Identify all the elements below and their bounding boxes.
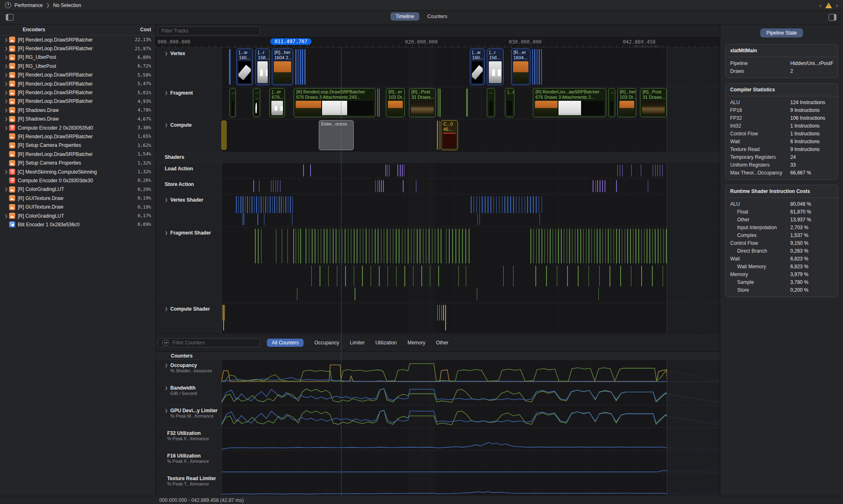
counter-label[interactable]: ❯BandwidthGiB / Second [156, 383, 222, 405]
counter-tab-limiter[interactable]: Limiter [350, 339, 364, 347]
track-plot[interactable]: .........[...er679...[R] RenderLoop.Draw… [222, 87, 720, 119]
encoder-interval-bar[interactable] [377, 88, 378, 117]
encoder-interval-block[interactable]: ... [608, 88, 615, 117]
encoders-column-header[interactable]: Encoders [0, 27, 125, 33]
encoder-interval-block[interactable]: [...w160... [470, 49, 485, 85]
right-panel-toggle-icon[interactable] [829, 14, 836, 21]
encoder-row[interactable]: ❯[C] MeshSkinning.ComputeSkinning1,32% [0, 167, 155, 176]
counter-plot[interactable] [222, 405, 720, 427]
encoder-row[interactable]: ❯[R] RG_UberPost6,80% [0, 53, 155, 62]
encoder-interval-bar[interactable] [466, 88, 468, 117]
track-label-fragment-shader[interactable]: ❯Fragment Shader [156, 227, 222, 303]
encoder-row[interactable]: ❯[R] Shadows.Draw4,67% [0, 115, 155, 123]
track-label-load-action[interactable]: Load Action [156, 163, 222, 178]
counter-tab-occupancy[interactable]: Occupancy [314, 339, 339, 347]
encoder-row[interactable]: ❯[R] RenderLoop.DrawSRPBatcher5,01% [0, 88, 155, 97]
encoder-interval-bar[interactable] [229, 49, 231, 85]
encoder-interval-block[interactable]: [R]...Post31 Draws... [640, 88, 666, 117]
encoder-interval-bar[interactable] [437, 121, 438, 150]
encoder-interval-bar[interactable] [439, 121, 440, 150]
encoder-interval-bar[interactable] [302, 49, 303, 85]
encoder-interval-block[interactable]: [...r158... [487, 49, 504, 85]
encoder-interval-bar[interactable] [379, 88, 380, 117]
disclosure-chevron-icon[interactable]: ❯ [3, 187, 9, 191]
counter-tab-utilization[interactable]: Utilization [375, 339, 397, 347]
encoder-row[interactable]: ❯[R] ColorGradingLUT0,20% [0, 185, 155, 194]
warning-icon[interactable] [825, 2, 832, 8]
encoder-interval-bar[interactable] [295, 49, 297, 85]
encoder-interval-block[interactable]: [R] RenderLoo...awSRPBatcher676 Draws 3 … [533, 88, 606, 117]
disclosure-chevron-icon[interactable]: ❯ [165, 307, 168, 311]
nav-prev-icon[interactable]: ‹ [820, 2, 822, 8]
counter-label[interactable]: F32 Utilization% Peak F...formance [156, 428, 222, 450]
disclosure-chevron-icon[interactable]: ❯ [165, 409, 168, 427]
counter-label[interactable]: ❯Occupancy% Shader...esources [156, 360, 222, 382]
disclosure-chevron-icon[interactable]: ❯ [165, 231, 168, 235]
track-label-vertex-shader[interactable]: ❯Vertex Shader [156, 194, 222, 227]
disclosure-chevron-icon[interactable]: ❯ [3, 73, 9, 77]
encoder-row[interactable]: [R] Setup Camera Properties1,32% [0, 158, 155, 167]
encoder-row[interactable]: [R] GUITexture.Draw0,19% [0, 194, 155, 202]
encoder-interval-block[interactable]: [R]...her103 Dr... [617, 88, 636, 117]
filter-tracks-input[interactable] [157, 26, 260, 35]
encoder-interval-bar[interactable] [532, 49, 533, 85]
disclosure-chevron-icon[interactable]: ❯ [165, 363, 168, 382]
track-plot[interactable]: Exter...ocessC...045... [222, 119, 720, 152]
disclosure-chevron-icon[interactable]: ❯ [3, 46, 9, 51]
disclosure-chevron-icon[interactable]: ❯ [165, 51, 168, 56]
encoder-interval-bar[interactable] [539, 49, 540, 85]
encoder-interval-block[interactable]: ...... [253, 88, 260, 117]
encoder-row[interactable]: ❯[R] ColorGradingLUT0,17% [0, 211, 155, 220]
encoder-interval-block[interactable]: [R]...Post31 Draws... [409, 88, 436, 117]
track-plot[interactable] [222, 163, 720, 178]
disclosure-chevron-icon[interactable]: ❯ [165, 91, 168, 95]
counter-tab-other[interactable]: Other [436, 339, 448, 347]
counter-label[interactable]: Texture Read Limiter% Peak T...formance [156, 473, 222, 495]
track-label-store-action[interactable]: Store Action [156, 179, 222, 194]
encoder-interval-bar[interactable] [304, 49, 306, 85]
encoder-row[interactable]: Blit Encoder 1 0x283e536c00,09% [0, 220, 155, 229]
breadcrumb-no-selection[interactable]: No Selection [53, 2, 81, 8]
encoder-interval-block[interactable]: [R]...her1604 2... [272, 49, 293, 85]
counter-plot[interactable] [222, 473, 720, 495]
nav-next-icon[interactable]: › [836, 2, 838, 8]
left-panel-toggle-icon[interactable] [6, 14, 14, 21]
counter-tab-memory[interactable]: Memory [407, 339, 425, 347]
counter-tab-all-counters[interactable]: All Counters [267, 339, 304, 347]
counter-label[interactable]: ❯GPU Devi...y Limiter% Peak M...formance [156, 405, 222, 427]
cost-column-header[interactable]: Cost [125, 26, 155, 33]
encoder-row[interactable]: [R] Setup Camera Properties1,62% [0, 141, 155, 150]
encoder-interval-block[interactable]: [...r [505, 88, 514, 117]
encoder-interval-bar[interactable] [222, 121, 227, 150]
encoder-row[interactable]: ❯[R] Shadows.Draw4,78% [0, 106, 155, 114]
track-label-fragment[interactable]: ❯Fragment [156, 87, 222, 119]
encoder-interval-block[interactable]: Exter...ocess [319, 120, 354, 150]
track-label-shaders[interactable]: Shaders [156, 152, 720, 163]
encoder-interval-block[interactable]: [R] RenderLoop.DrawSRPBatcher676 Draws 3… [294, 88, 375, 117]
filter-counters-input[interactable] [157, 338, 260, 347]
encoder-interval-block[interactable]: C...045... [441, 120, 458, 150]
disclosure-chevron-icon[interactable]: ❯ [3, 55, 9, 59]
encoder-interval-block[interactable]: [R]...er103 Dr... [386, 88, 405, 117]
disclosure-chevron-icon[interactable]: ❯ [3, 91, 9, 95]
disclosure-chevron-icon[interactable]: ❯ [165, 386, 168, 405]
encoder-row[interactable]: ❯[R] RG_UberPost6,72% [0, 62, 155, 70]
disclosure-chevron-icon[interactable]: ❯ [3, 170, 9, 174]
breadcrumb-performance[interactable]: Performance [14, 2, 43, 8]
track-plot[interactable] [222, 194, 720, 227]
encoder-row[interactable]: Compute Encoder 0 0x28303de300,26% [0, 176, 155, 185]
track-label-compute[interactable]: ❯Compute [156, 119, 222, 152]
encoder-interval-block[interactable]: [...r158... [255, 49, 270, 85]
track-label-vertex[interactable]: ❯Vertex [156, 48, 222, 87]
tab-counters[interactable]: Counters [422, 12, 453, 21]
encoder-interval-bar[interactable] [300, 49, 301, 85]
encoder-interval-block[interactable]: [...er679... [269, 88, 285, 117]
disclosure-chevron-icon[interactable]: ❯ [3, 214, 9, 218]
encoder-interval-block[interactable]: [R...er1604... [511, 49, 530, 85]
disclosure-chevron-icon[interactable]: ❯ [165, 198, 168, 202]
disclosure-chevron-icon[interactable]: ❯ [3, 126, 9, 130]
pipeline-state-button[interactable]: Pipeline State [760, 28, 803, 37]
counter-plot[interactable] [222, 451, 720, 473]
disclosure-chevron-icon[interactable]: ❯ [3, 38, 9, 42]
current-time-pill[interactable]: 011.497.707 [271, 38, 311, 45]
